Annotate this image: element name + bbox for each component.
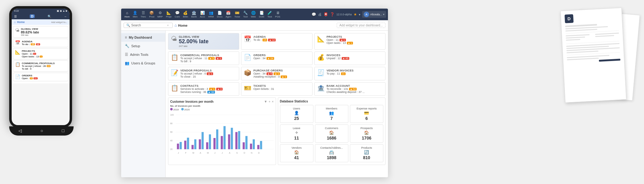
search-icon: 🔍 bbox=[126, 24, 130, 27]
nav-proj-icon: 📐 bbox=[167, 11, 171, 15]
nav-tool-label: Tool bbox=[243, 15, 248, 18]
nav-mrp[interactable]: ⚙ MRP bbox=[156, 10, 164, 19]
svg-rect-31 bbox=[245, 136, 247, 149]
phone-global-view-card[interactable]: 🌤 GLOBAL VIEW 89.62% late 390 late bbox=[13, 26, 68, 38]
phone-add-widget[interactable]: Add widget to... bbox=[51, 21, 67, 23]
phone-commercial-card[interactable]: 📋 COMMERCIAL PROPOSALS To accept | refus… bbox=[13, 60, 68, 72]
stat-card-users[interactable]: Users 👤 25 bbox=[280, 105, 313, 123]
nav-bank[interactable]: 🏦 Bank bbox=[190, 10, 198, 19]
nav-agen-label: Agen bbox=[225, 15, 231, 18]
card-purchase-orders[interactable]: 📦 PURCHASE ORDERS Open : 34 ▲ 5 ▲ 1 Awai… bbox=[241, 67, 312, 80]
phone-menu-icon[interactable]: ☰ bbox=[14, 15, 17, 18]
sidebar-admin-icon: ☰ bbox=[125, 52, 128, 57]
nav-dolic[interactable]: 📑 Dolič bbox=[257, 10, 266, 19]
svg-rect-32 bbox=[253, 139, 255, 149]
phone-agenda-line: To do : 15 12 bbox=[22, 43, 40, 46]
svg-rect-14 bbox=[206, 142, 208, 149]
phone-search-icon[interactable]: 🔍 bbox=[48, 15, 51, 18]
card-contracts-title: CONTRACTS bbox=[180, 84, 236, 87]
nav-billing-icon: 💰 bbox=[183, 11, 188, 15]
phone-comm-l1: To accept | refuse : 28 bbox=[22, 65, 46, 67]
sidebar-item-admin[interactable]: ☰ Admin Tools bbox=[121, 50, 165, 59]
stat-card-contacts[interactable]: Contacts/Addres... 📇 1898 bbox=[315, 144, 348, 162]
mail-icon[interactable]: 📮 bbox=[324, 12, 328, 17]
sidebar-item-users-groups[interactable]: 👥 Users & Groups bbox=[121, 59, 165, 67]
star-dropdown-icon[interactable]: ▾ bbox=[359, 13, 360, 16]
phone-projects-card[interactable]: 📐 PROJECTS Open : 11 1 Open tasks : 13 1 bbox=[13, 48, 68, 59]
stat-card-customers[interactable]: Customers 🏠 1686 bbox=[315, 125, 348, 143]
nav-thirc-label: Thirc bbox=[140, 15, 146, 18]
phone-agenda-card[interactable]: 📅 AGENDA To do : 15 12 bbox=[13, 39, 68, 47]
card-invoices[interactable]: 💰 INVOICES Unpaid : 12 ▲ 45 bbox=[314, 52, 385, 65]
stat-card-prospects[interactable]: Prospects 🏠 1706 bbox=[350, 125, 383, 143]
card-vendor-proposals[interactable]: 📝 VENDOR PROPOSALS To accept | refuse : … bbox=[168, 67, 239, 80]
stat-card-products[interactable]: Products 🔄 810 bbox=[350, 144, 383, 162]
card-vendor-line2: To close : 15 bbox=[180, 75, 236, 78]
phone-home-hw[interactable]: ○ bbox=[40, 128, 43, 133]
card-bank[interactable]: 🏦 BANK ACCOUNT To reconcile : 131 ▲ 52 C… bbox=[314, 82, 385, 96]
phone-commercial-line1: To accept | refuse : 28 24 bbox=[22, 65, 55, 67]
print-icon[interactable]: 🖨 bbox=[318, 12, 322, 17]
card-purchase-content: PURCHASE ORDERS Open : 34 ▲ 5 ▲ 1 Awaiti… bbox=[253, 69, 309, 78]
card-global-view[interactable]: 🌤 GLOBAL VIEW 52.00% late 247 late bbox=[168, 33, 239, 50]
nav-agen[interactable]: 📅 Agen bbox=[224, 10, 233, 19]
nav-ticke[interactable]: 🎫 Ticke bbox=[233, 10, 242, 19]
nav-proj[interactable]: 📐 Proje bbox=[164, 10, 173, 19]
svg-text:J: J bbox=[214, 151, 216, 154]
svg-rect-20 bbox=[250, 144, 252, 149]
nav-pos[interactable]: 🖥 POS bbox=[274, 10, 282, 19]
nav-tool[interactable]: 🔧 Tool bbox=[242, 10, 249, 19]
nav-acc[interactable]: 📊 Accc bbox=[198, 10, 207, 19]
nav-com[interactable]: 💬 Com bbox=[173, 10, 182, 19]
help-icon[interactable]: ❓ bbox=[330, 12, 335, 17]
nav-men[interactable]: 👤 Men bbox=[131, 10, 139, 19]
stat-card-vendors[interactable]: Vendors 🏠 41 bbox=[280, 144, 313, 162]
chart-close-icon[interactable]: × bbox=[272, 100, 274, 103]
phone-recent-hw[interactable]: □ bbox=[62, 128, 64, 133]
nav-test[interactable]: 🧪 Test bbox=[266, 10, 274, 19]
phone-home-label: Home bbox=[17, 21, 25, 24]
nav-home[interactable]: ⌂ Hom bbox=[123, 10, 131, 19]
sidebar-item-setup[interactable]: 🔧 Setup bbox=[121, 42, 165, 50]
nav-prod[interactable]: 📦 Prod bbox=[148, 10, 156, 19]
card-orders-b1: ▲ 24 bbox=[266, 57, 274, 60]
card-tickets-content: TICKETS Open tickets : 31 bbox=[253, 84, 309, 90]
legend-dot-2019 bbox=[170, 108, 173, 110]
stat-prospects-label: Prospects bbox=[353, 127, 381, 130]
chart-add-icon[interactable]: + bbox=[269, 100, 270, 103]
phone-back-icon[interactable]: ← bbox=[64, 15, 67, 18]
phone-back-hw[interactable]: ◁ bbox=[18, 128, 22, 133]
dashboard-bottom: Customer Invoices per month ▼ + × No. of… bbox=[168, 98, 385, 165]
nav-billing[interactable]: 💰 Billin bbox=[182, 10, 190, 19]
phone-orders-title: ORDERS bbox=[22, 74, 38, 77]
stat-card-expense[interactable]: Expense reports 💳 6 bbox=[350, 105, 383, 123]
card-vendor-invoices[interactable]: 🧾 VENDOR INVOICES To pay : 11 11 bbox=[314, 67, 385, 80]
phone-orders-card[interactable]: 📄 ORDERS Open : 5 11 bbox=[13, 73, 68, 81]
stats-section: Database Statistics Users 👤 25 Members 👥 bbox=[278, 98, 386, 165]
card-contracts[interactable]: 📋 CONTRACTS Services to activate : 3 ▲ 1… bbox=[168, 82, 239, 96]
card-global-title: GLOBAL VIEW bbox=[179, 35, 236, 38]
chart-filter-icon[interactable]: ▼ bbox=[264, 100, 267, 103]
user-menu[interactable]: A Aliceala... ▾ bbox=[362, 11, 386, 18]
stat-card-members[interactable]: Members 👥 7 bbox=[315, 105, 348, 123]
nav-hrm[interactable]: 👥 HRM bbox=[207, 10, 215, 19]
card-commercial[interactable]: 📋 COMMERCIAL PROPOSALS To accept | refus… bbox=[168, 52, 239, 65]
add-widget-button[interactable]: Add widget to your dashboard... bbox=[337, 23, 385, 28]
sidebar-item-dashboard[interactable]: ≡ My Dashboard bbox=[121, 33, 165, 42]
chat-icon[interactable]: 💬 bbox=[312, 12, 316, 17]
stat-card-leave[interactable]: Leave ✈ 11 bbox=[280, 125, 313, 143]
card-projects[interactable]: 📐 PROJECTS Open : 11 ▲ 1 Open tasks : 13… bbox=[314, 33, 385, 50]
nav-docs[interactable]: 📄 Docs bbox=[215, 10, 224, 19]
search-box[interactable]: 🔍 Search ▾ bbox=[124, 23, 173, 28]
card-projects-icon: 📐 bbox=[317, 35, 325, 43]
star-icon[interactable]: ★ bbox=[354, 12, 357, 17]
card-vendor-line1: To accept | refuse : 0 ▲ 1 bbox=[180, 72, 236, 75]
card-agenda[interactable]: 📅 AGENDA To do : 15 ▲ 12 bbox=[241, 33, 312, 50]
nav-web[interactable]: 🌐 Web bbox=[249, 10, 257, 19]
nav-thirc[interactable]: ☰ Thirc bbox=[139, 10, 148, 19]
svg-rect-17 bbox=[228, 134, 230, 149]
card-orders[interactable]: 📄 ORDERS Open : 34 ▲ 24 bbox=[241, 52, 312, 65]
card-tickets[interactable]: 🎫 TICKETS Open tickets : 31 bbox=[241, 82, 312, 96]
sidebar-dashboard-label: My Dashboard bbox=[129, 36, 152, 39]
nav-right: 💬 🖨 📮 ❓ 12.0.0-alpha ★ ▾ A Aliceala... ▾ bbox=[312, 11, 386, 18]
